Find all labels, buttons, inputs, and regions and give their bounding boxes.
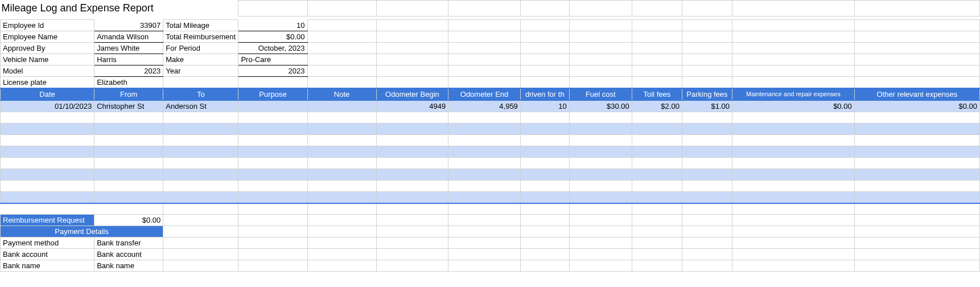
- bank-name-label: Bank name: [1, 260, 94, 272]
- total-reimb-value[interactable]: $0.00: [238, 31, 307, 43]
- vehicle-name-value[interactable]: Harris: [94, 54, 163, 65]
- reimb-request-label: Reimbursement Request: [1, 215, 94, 226]
- payment-details-header: Payment Details: [1, 226, 163, 237]
- cell-odo-end[interactable]: 4,959: [448, 100, 521, 112]
- col-driven: driven for th: [520, 88, 569, 100]
- col-from: From: [94, 88, 163, 100]
- total-mileage-value[interactable]: 10: [238, 20, 307, 31]
- total-mileage-label: Total Mileage: [163, 20, 238, 31]
- make-label: Make: [163, 54, 238, 65]
- reimb-request-value[interactable]: $0.00: [94, 215, 163, 226]
- info-row-emp-id: Employee Id 33907 Total Mileage 10: [1, 20, 980, 31]
- payment-details-header-row: Payment Details: [1, 226, 980, 237]
- table-row[interactable]: [1, 124, 980, 135]
- col-odo-begin: Odometer Begin: [376, 88, 448, 100]
- cell-other[interactable]: $0.00: [854, 100, 979, 112]
- info-row-vehicle: Vehicle Name Harris Make Pro-Care: [1, 54, 980, 65]
- info-row-license: License plate Elizabeth: [1, 77, 980, 89]
- info-row-approved: Approved By James White For Period Octob…: [1, 43, 980, 54]
- approved-by-label: Approved By: [1, 43, 94, 54]
- cell-parking[interactable]: $1.00: [682, 100, 732, 112]
- employee-id-value[interactable]: 33907: [94, 20, 163, 31]
- spreadsheet[interactable]: Mileage Log and Expense Report Employee …: [0, 0, 980, 272]
- page-title: Mileage Log and Expense Report: [1, 1, 238, 17]
- col-toll: Toll fees: [632, 88, 682, 100]
- col-purpose: Purpose: [238, 88, 307, 100]
- cell-from[interactable]: Christopher St: [94, 100, 163, 112]
- license-value[interactable]: Elizabeth: [94, 77, 163, 89]
- payment-method-row: Payment method Bank transfer: [1, 237, 980, 249]
- year-label: Year: [163, 65, 238, 77]
- table-row[interactable]: [1, 146, 980, 158]
- vehicle-name-label: Vehicle Name: [1, 54, 94, 65]
- title-row: Mileage Log and Expense Report: [1, 1, 980, 17]
- col-maint: Maintenance and repair expenses: [732, 88, 854, 100]
- table-row[interactable]: [1, 112, 980, 124]
- col-note: Note: [307, 88, 376, 100]
- col-date: Date: [1, 88, 94, 100]
- reimb-request-row: Reimbursement Request $0.00: [1, 215, 980, 226]
- col-parking: Parking fees: [682, 88, 732, 100]
- payment-method-label: Payment method: [1, 237, 94, 249]
- employee-id-label: Employee Id: [1, 20, 94, 31]
- license-label: License plate: [1, 77, 94, 89]
- employee-name-value[interactable]: Amanda Wilson: [94, 31, 163, 43]
- model-label: Model: [1, 65, 94, 77]
- table-row[interactable]: [1, 169, 980, 181]
- for-period-value[interactable]: October, 2023: [238, 43, 307, 54]
- spacer-row: [1, 203, 980, 215]
- cell-maint[interactable]: $0.00: [732, 100, 854, 112]
- bank-account-label: Bank account: [1, 249, 94, 260]
- cell-odo-begin[interactable]: 4949: [376, 100, 448, 112]
- bank-account-value[interactable]: Bank account: [94, 249, 163, 260]
- table-row[interactable]: [1, 135, 980, 146]
- col-fuel: Fuel cost: [569, 88, 632, 100]
- bank-name-row: Bank name Bank name: [1, 260, 980, 272]
- col-odo-end: Odometer End: [448, 88, 521, 100]
- bank-account-row: Bank account Bank account: [1, 249, 980, 260]
- model-value[interactable]: 2023: [94, 65, 163, 77]
- employee-name-label: Employee Name: [1, 31, 94, 43]
- cell-toll[interactable]: $2.00: [632, 100, 682, 112]
- year-value[interactable]: 2023: [238, 65, 307, 77]
- cell-purpose[interactable]: [238, 100, 307, 112]
- cell-note[interactable]: [307, 100, 376, 112]
- table-row[interactable]: [1, 181, 980, 192]
- info-row-emp-name: Employee Name Amanda Wilson Total Reimbu…: [1, 31, 980, 43]
- payment-method-value[interactable]: Bank transfer: [94, 237, 163, 249]
- table-row[interactable]: [1, 192, 980, 203]
- info-row-model: Model 2023 Year 2023: [1, 65, 980, 77]
- col-other: Other relevant expenses: [854, 88, 979, 100]
- cell-fuel[interactable]: $30.00: [569, 100, 632, 112]
- total-reimb-label: Total Reimbursement: [163, 31, 238, 43]
- column-header-row: Date From To Purpose Note Odometer Begin…: [1, 88, 980, 100]
- bank-name-value[interactable]: Bank name: [94, 260, 163, 272]
- table-row[interactable]: [1, 158, 980, 169]
- cell-date[interactable]: 01/10/2023: [1, 100, 94, 112]
- cell-driven[interactable]: 10: [520, 100, 569, 112]
- cell-to[interactable]: Anderson St: [163, 100, 238, 112]
- make-value[interactable]: Pro-Care: [238, 54, 307, 65]
- table-row[interactable]: 01/10/2023 Christopher St Anderson St 49…: [1, 100, 980, 112]
- approved-by-value[interactable]: James White: [94, 43, 163, 54]
- for-period-label: For Period: [163, 43, 238, 54]
- col-to: To: [163, 88, 238, 100]
